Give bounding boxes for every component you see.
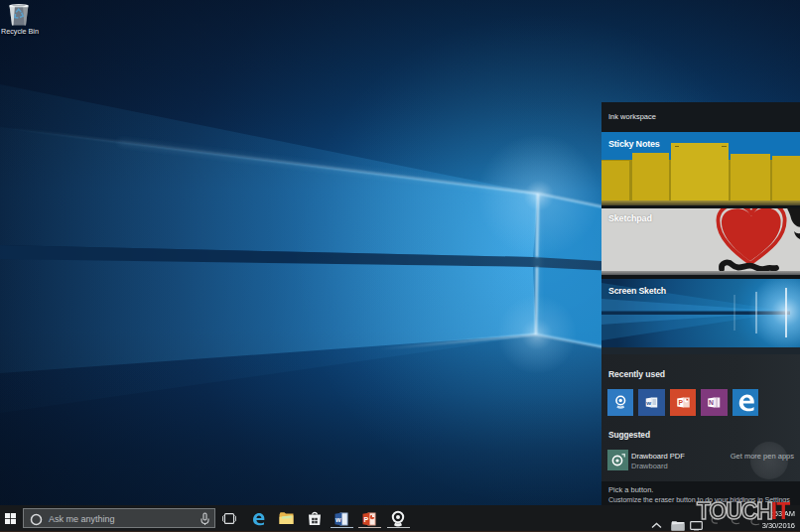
svg-text:P: P	[363, 515, 368, 522]
svg-text:w: w	[334, 515, 341, 522]
svg-text:P: P	[678, 399, 683, 406]
svg-text:N: N	[709, 399, 714, 406]
svg-text:w: w	[645, 399, 651, 406]
